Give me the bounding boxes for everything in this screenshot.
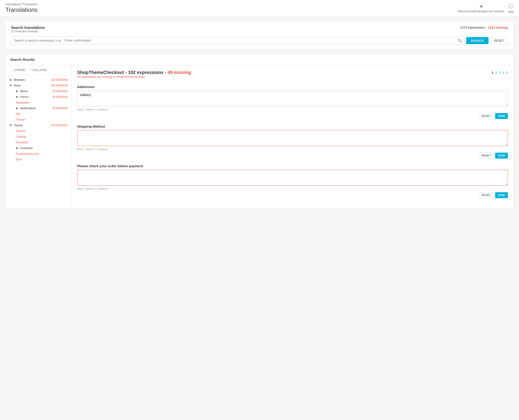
search-hint: (2 characters at least) bbox=[11, 30, 45, 33]
customer-label: Customer bbox=[20, 146, 33, 150]
tree-row-catalog[interactable]: Catalog bbox=[10, 134, 71, 139]
addresses-save-button[interactable]: SAVE bbox=[495, 113, 508, 119]
tree-row-error[interactable]: Error bbox=[10, 157, 71, 162]
search-input-row: 🔍 SEARCH RESET bbox=[11, 37, 508, 44]
shipping-textarea[interactable] bbox=[77, 130, 508, 146]
recommended-label: Recommended Modules and Services bbox=[458, 10, 504, 13]
search-title: Search translations bbox=[11, 26, 45, 30]
chevron-down-shop-icon: ▼ bbox=[9, 84, 12, 87]
search-header: Search translations (2 characters at lea… bbox=[11, 26, 508, 36]
shipping-actions: RESET SAVE bbox=[77, 153, 508, 158]
tree-label-notifications: ► Notifications bbox=[16, 106, 36, 110]
tree-row-checkout[interactable]: Checkout bbox=[10, 139, 71, 145]
tree-row-actions[interactable]: Actions bbox=[10, 128, 71, 134]
please-check-reset-button[interactable]: RESET bbox=[479, 192, 494, 198]
theme-missing: 193 MISSING bbox=[51, 124, 68, 127]
tree-row-theme[interactable]: ▼ Theme 193 MISSING bbox=[6, 122, 71, 128]
search-button[interactable]: SEARCH bbox=[466, 37, 488, 44]
modules-missing: 192 MISSING bbox=[51, 78, 68, 82]
tree-label-checkout: Checkout bbox=[16, 141, 28, 144]
expand-label: EXPAND bbox=[14, 68, 25, 72]
page-header: International / Translations Translation… bbox=[0, 0, 519, 16]
module-header: ShopThemeCheckout - 102 expressions - 49… bbox=[77, 70, 508, 83]
tree-row-theme-shop[interactable]: Theme bbox=[10, 117, 71, 122]
tree-label-actions: Actions bbox=[16, 129, 25, 133]
missing-note: 49 translations are missing in ShopTheme… bbox=[77, 75, 191, 78]
breadcrumb: International / Translations bbox=[6, 3, 38, 6]
chevron-right-icon: ► bbox=[9, 78, 12, 82]
shipping-save-button[interactable]: SAVE bbox=[495, 153, 508, 158]
please-check-actions: RESET SAVE bbox=[77, 192, 508, 198]
chevron-right-customer-icon: ► bbox=[16, 146, 19, 150]
right-panel: ShopThemeCheckout - 102 expressions - 49… bbox=[72, 65, 513, 208]
tree-label-demo: ► Demo bbox=[16, 90, 28, 93]
breadcrumb-current: Translations bbox=[23, 3, 38, 6]
module-missing-label: 49 missing bbox=[168, 70, 191, 75]
help-label: Help bbox=[508, 10, 513, 13]
page-2-link[interactable]: 2 bbox=[495, 71, 497, 75]
demo-label: Demo bbox=[20, 90, 28, 93]
theme-children: Actions Catalog Checkout bbox=[6, 128, 71, 162]
forms-label: Forms bbox=[20, 95, 29, 98]
results-section: Search Results ⌄ EXPAND ⌃ COLLAPSE bbox=[6, 54, 513, 208]
tree-row-notifications[interactable]: ► Notifications 69 MISSING bbox=[10, 105, 71, 111]
addresses-label: Addresses bbox=[77, 85, 508, 89]
tree-label-theme-shop: Theme bbox=[16, 118, 25, 121]
tree-label-theme: ▼ Theme bbox=[9, 124, 23, 127]
tree-row-pdf[interactable]: Pdf bbox=[10, 111, 71, 117]
modules-label: Modules bbox=[14, 78, 25, 82]
shop-children: ► Demo 25 MISSING ► Forms 26 MISS bbox=[6, 88, 71, 122]
chevron-right-demo-icon: ► bbox=[16, 90, 19, 93]
catalog-label: Catalog bbox=[16, 135, 26, 138]
please-check-textarea[interactable] bbox=[77, 170, 508, 186]
tree-row-demo[interactable]: ► Demo 25 MISSING bbox=[10, 88, 71, 94]
module-title: ShopThemeCheckout - 102 expressions - 49… bbox=[77, 70, 191, 75]
addresses-reset-button[interactable]: RESET bbox=[479, 113, 494, 119]
page-3-link[interactable]: 3 bbox=[499, 71, 501, 75]
expressions-count: 1074 expressions - 1133 missing bbox=[460, 26, 508, 29]
tree-row-shop[interactable]: ▼ Shop 436 MISSING bbox=[6, 82, 71, 88]
translation-item-please-check: Please check your order before payment s… bbox=[77, 164, 508, 198]
actions-label: Actions bbox=[16, 129, 25, 133]
tree-row-forms[interactable]: ► Forms 26 MISSING bbox=[10, 94, 71, 100]
search-input[interactable] bbox=[11, 37, 464, 44]
shipping-reset-button[interactable]: RESET bbox=[479, 153, 494, 158]
please-check-label: Please check your order before payment bbox=[77, 164, 508, 168]
please-check-path: shop > theme > checkout bbox=[77, 187, 508, 190]
tree-row-navigation[interactable]: Navigation bbox=[10, 100, 71, 105]
translation-item-addresses: Addresses Indirizzi shop > theme > check… bbox=[77, 85, 508, 119]
chevron-right-notif-icon: ► bbox=[16, 106, 19, 110]
shipping-label: Shipping Method bbox=[77, 124, 508, 128]
page-title: Translations bbox=[6, 6, 38, 13]
tree-row-customeraccount[interactable]: Customeraccount bbox=[10, 151, 71, 157]
tree-item-shop: ▼ Shop 436 MISSING ► Demo 25 bbox=[6, 82, 71, 122]
tree-row-customer[interactable]: ► Customer bbox=[10, 145, 71, 151]
reset-button-top[interactable]: RESET bbox=[490, 37, 508, 44]
missing-count: 1133 missing bbox=[488, 26, 508, 29]
addresses-actions: RESET SAVE bbox=[77, 113, 508, 119]
translation-item-shipping: Shipping Method shop > theme > checkout … bbox=[77, 124, 508, 158]
shop-label: Shop bbox=[14, 84, 21, 87]
tree-label-navigation: Navigation bbox=[16, 101, 30, 104]
error-label: Error bbox=[16, 158, 22, 161]
notifications-missing: 69 MISSING bbox=[53, 107, 68, 110]
please-check-save-button[interactable]: SAVE bbox=[495, 192, 508, 198]
help-icon: ⓘ bbox=[508, 3, 513, 10]
customeraccount-label: Customeraccount bbox=[16, 152, 39, 155]
tree-label-shop: ▼ Shop bbox=[9, 84, 21, 87]
addresses-path: shop > theme > checkout bbox=[77, 108, 508, 111]
addresses-textarea[interactable]: Indirizzi bbox=[77, 90, 508, 106]
page-4-link[interactable]: 4 bbox=[502, 71, 504, 75]
page-1-link[interactable]: 1 bbox=[492, 71, 494, 75]
collapse-button[interactable]: ⌃ COLLAPSE bbox=[27, 68, 48, 73]
help-button[interactable]: ⓘ Help bbox=[508, 3, 513, 13]
page-5-link[interactable]: 5 bbox=[506, 71, 508, 75]
results-body: ⌄ EXPAND ⌃ COLLAPSE ► bbox=[6, 65, 513, 208]
breadcrumb-parent[interactable]: International bbox=[6, 3, 21, 6]
tree-label-customer: ► Customer bbox=[16, 146, 33, 150]
recommended-modules-button[interactable]: ★ Recommended Modules and Services bbox=[458, 3, 504, 13]
forms-missing: 26 MISSING bbox=[53, 95, 68, 98]
tree-row-modules[interactable]: ► Modules 192 MISSING bbox=[6, 77, 71, 82]
expand-button[interactable]: ⌄ EXPAND bbox=[9, 68, 27, 73]
collapse-arrow: ⌃ bbox=[29, 68, 31, 72]
